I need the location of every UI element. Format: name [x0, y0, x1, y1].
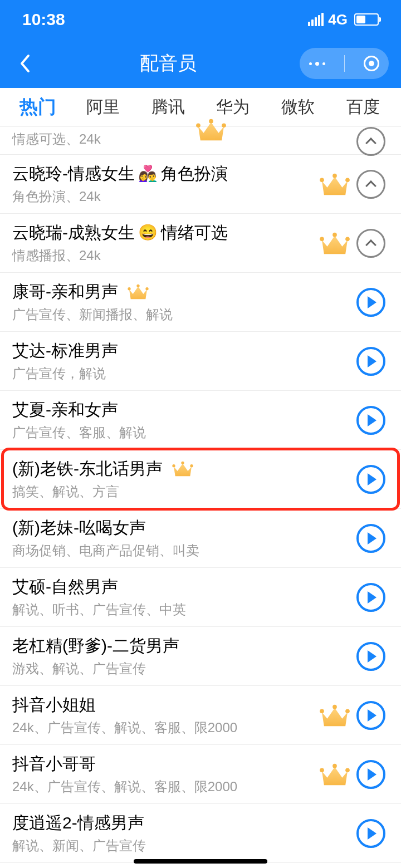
- item-subtitle: 24k、广告宣传、解说、客服、限2000: [12, 719, 313, 737]
- item-subtitle: 游戏、解说、广告宣传: [12, 660, 356, 678]
- svg-point-4: [332, 173, 337, 178]
- svg-point-5: [345, 178, 350, 182]
- voice-item[interactable]: 云晓瑞-成熟女生😄情绪可选情感播报、24k: [0, 214, 401, 273]
- play-button[interactable]: [356, 465, 385, 494]
- play-button[interactable]: [356, 406, 385, 435]
- back-button[interactable]: [12, 51, 37, 76]
- crown-icon: [172, 460, 194, 478]
- play-button[interactable]: [356, 642, 385, 671]
- voice-item[interactable]: 老杠精(野爹)-二货男声游戏、解说、广告宣传: [0, 627, 401, 686]
- item-title-suffix: 情绪可选: [161, 222, 228, 243]
- collapse-button[interactable]: [356, 229, 385, 258]
- emoji-icon: 😄: [138, 223, 158, 242]
- voice-item[interactable]: 抖音小姐姐24k、广告宣传、解说、客服、限2000: [0, 686, 401, 745]
- svg-point-1: [209, 119, 213, 124]
- crown-icon: [319, 231, 351, 256]
- collapse-button[interactable]: [356, 170, 385, 199]
- svg-point-10: [136, 284, 139, 287]
- play-button[interactable]: [356, 524, 385, 553]
- voice-item[interactable]: 康哥-亲和男声广告宣传、新闻播报、解说: [0, 273, 401, 332]
- svg-point-18: [320, 768, 324, 772]
- svg-point-7: [332, 232, 337, 237]
- capsule-separator: [344, 55, 345, 72]
- tab-腾讯[interactable]: 腾讯: [135, 88, 200, 126]
- voice-item[interactable]: 抖音小哥哥24k、广告宣传、解说、客服、限2000: [0, 745, 401, 804]
- item-subtitle: 广告宣传，解说: [12, 365, 356, 382]
- svg-point-3: [320, 178, 324, 182]
- svg-point-11: [145, 287, 148, 290]
- item-title: (新)老妹-吆喝女声: [12, 517, 146, 538]
- menu-button[interactable]: [309, 62, 325, 66]
- status-time: 10:38: [22, 10, 65, 29]
- play-button[interactable]: [356, 288, 385, 317]
- item-subtitle: 解说、听书、广告宣传、中英: [12, 601, 356, 619]
- voice-item[interactable]: 艾夏-亲和女声广告宣传、客服、解说: [0, 391, 401, 450]
- item-subtitle: 角色扮演、24k: [12, 188, 313, 205]
- crown-icon: [319, 703, 351, 728]
- voice-item[interactable]: 度逍遥2-情感男声解说、新闻、广告宣传: [0, 804, 401, 863]
- voice-item[interactable]: 云晓玲-情感女生👩‍❤️‍👨角色扮演角色扮演、24k: [0, 155, 401, 214]
- svg-point-8: [345, 237, 350, 241]
- item-content: 艾夏-亲和女声广告宣传、客服、解说: [12, 399, 356, 442]
- item-content: 抖音小哥哥24k、广告宣传、解说、客服、限2000: [12, 753, 313, 796]
- item-subtitle: 情感播报、24k: [12, 247, 313, 264]
- voice-item[interactable]: 婉清-温柔女声新闻播报、解说: [0, 863, 401, 868]
- svg-point-14: [190, 464, 193, 467]
- item-content: 云晓玲-情感女生👩‍❤️‍👨角色扮演角色扮演、24k: [12, 163, 313, 205]
- item-content: 云晓瑞-成熟女生😄情绪可选情感播报、24k: [12, 222, 313, 264]
- svg-point-12: [172, 464, 175, 467]
- svg-point-2: [222, 124, 226, 128]
- item-title: 度逍遥2-情感男声: [12, 812, 144, 833]
- item-title: 云晓玲-情感女生: [12, 163, 135, 184]
- svg-point-20: [345, 768, 350, 772]
- svg-point-16: [332, 704, 337, 709]
- item-title-suffix: 角色扮演: [161, 163, 228, 184]
- svg-point-6: [320, 237, 324, 241]
- tab-微软[interactable]: 微软: [266, 88, 331, 126]
- voice-item[interactable]: 艾硕-自然男声解说、听书、广告宣传、中英: [0, 568, 401, 627]
- item-title: (新)老铁-东北话男声: [12, 458, 163, 479]
- item-title: 抖音小姐姐: [12, 694, 96, 715]
- item-title: 康哥-亲和男声: [12, 281, 118, 302]
- item-content: 艾达-标准男声广告宣传，解说: [12, 340, 356, 382]
- play-button[interactable]: [356, 347, 385, 376]
- page-title: 配音员: [140, 51, 197, 76]
- play-button[interactable]: [356, 819, 385, 848]
- tab-百度[interactable]: 百度: [330, 88, 395, 126]
- network-label: 4G: [328, 11, 348, 28]
- svg-point-0: [196, 124, 200, 128]
- voice-item[interactable]: 艾达-标准男声广告宣传，解说: [0, 332, 401, 391]
- item-content: 情感可选、24k: [12, 127, 356, 148]
- svg-point-17: [345, 709, 350, 713]
- item-content: 康哥-亲和男声广告宣传、新闻播报、解说: [12, 281, 356, 323]
- nav-bar: 配音员: [0, 39, 401, 88]
- play-button[interactable]: [356, 583, 385, 612]
- tab-热门[interactable]: 热门: [6, 87, 71, 127]
- crown-icon: [319, 171, 351, 197]
- collapse-button[interactable]: [356, 127, 385, 156]
- svg-point-15: [320, 709, 324, 713]
- item-subtitle: 广告宣传、新闻播报、解说: [12, 306, 356, 323]
- chevron-left-icon: [18, 53, 31, 73]
- play-button[interactable]: [356, 701, 385, 730]
- close-button[interactable]: [364, 56, 379, 71]
- item-subtitle: 情感可选、24k: [12, 130, 356, 148]
- item-content: 艾硕-自然男声解说、听书、广告宣传、中英: [12, 576, 356, 619]
- tab-阿里[interactable]: 阿里: [71, 88, 136, 126]
- item-subtitle: 商场促销、电商产品促销、叫卖: [12, 542, 356, 560]
- item-title: 抖音小哥哥: [12, 753, 96, 774]
- voice-item[interactable]: 情感可选、24k: [0, 127, 401, 155]
- emoji-icon: 👩‍❤️‍👨: [138, 164, 158, 183]
- item-title: 艾硕-自然男声: [12, 576, 118, 597]
- voice-list[interactable]: 情感可选、24k云晓玲-情感女生👩‍❤️‍👨角色扮演角色扮演、24k云晓瑞-成熟…: [0, 127, 401, 868]
- item-content: (新)老铁-东北话男声搞笑、解说、方言: [12, 458, 356, 501]
- voice-item[interactable]: (新)老铁-东北话男声搞笑、解说、方言: [0, 450, 401, 509]
- item-title: 云晓瑞-成熟女生: [12, 222, 135, 243]
- voice-item[interactable]: (新)老妹-吆喝女声商场促销、电商产品促销、叫卖: [0, 509, 401, 568]
- crown-icon: [195, 117, 227, 143]
- item-title: 老杠精(野爹)-二货男声: [12, 635, 179, 656]
- crown-icon: [319, 762, 351, 787]
- status-right: 4G: [308, 11, 379, 28]
- home-indicator: [134, 859, 267, 864]
- play-button[interactable]: [356, 760, 385, 789]
